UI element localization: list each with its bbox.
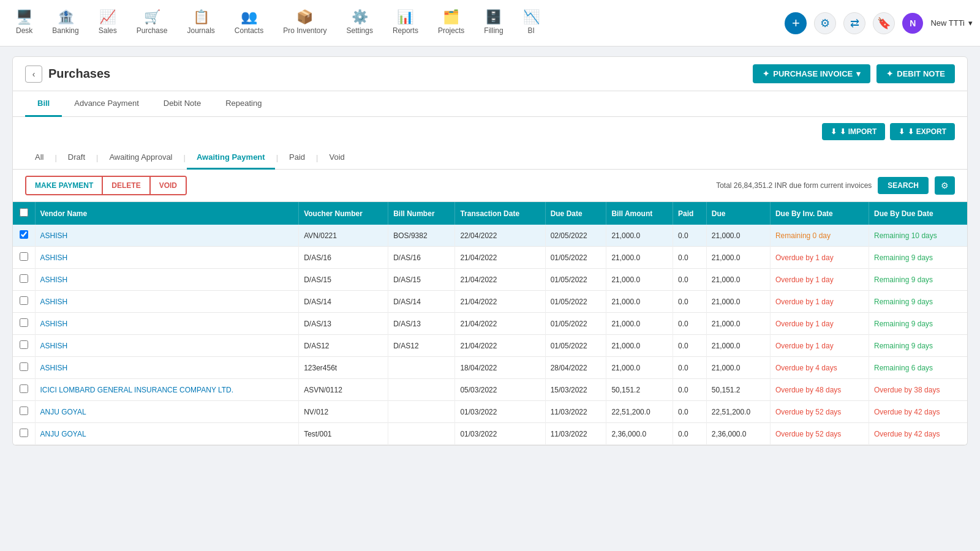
nav-filling[interactable]: 🗄️ Filling <box>475 4 511 42</box>
row-due-date: 01/05/2022 <box>545 313 606 335</box>
nav-settings[interactable]: ⚙️ Settings <box>338 4 382 42</box>
vendor-link[interactable]: ASHISH <box>40 342 68 350</box>
row-vendor[interactable]: ASHISH <box>35 291 299 313</box>
row-vendor[interactable]: ASHISH <box>35 269 299 291</box>
purchase-icon: 🛒 <box>144 9 160 25</box>
vendor-link[interactable]: ANJU GOYAL <box>40 408 86 416</box>
purchase-invoice-button[interactable]: ✦ PURCHASE INVOICE ▾ <box>753 64 870 83</box>
row-checkbox-cell[interactable] <box>13 423 35 445</box>
nav-bi[interactable]: 📉 BI <box>514 4 548 42</box>
nav-purchase[interactable]: 🛒 Purchase <box>128 4 176 42</box>
bookmark-button[interactable]: 🔖 <box>873 12 895 34</box>
vendor-link[interactable]: ASHISH <box>40 253 68 262</box>
row-due-by-due: Overdue by 38 days <box>869 379 968 401</box>
nav-journals[interactable]: 📋 Journals <box>178 4 223 42</box>
row-checkbox-cell[interactable] <box>13 335 35 357</box>
row-voucher: D/AS/14 <box>299 291 388 313</box>
nav-sales[interactable]: 📈 Sales <box>90 4 126 42</box>
select-all-checkbox[interactable] <box>20 208 28 217</box>
import-button[interactable]: ⬇ ⬇ IMPORT <box>822 123 885 140</box>
export-button[interactable]: ⬇ ⬇ EXPORT <box>890 123 955 140</box>
status-tab-void[interactable]: Void <box>319 146 354 170</box>
status-tab-all[interactable]: All <box>25 146 53 170</box>
back-button[interactable]: ‹ <box>25 66 42 83</box>
purchase-invoice-label: PURCHASE INVOICE <box>773 69 853 78</box>
tab-bill[interactable]: Bill <box>25 91 62 117</box>
gear-button[interactable]: ⚙ <box>814 12 836 34</box>
avatar[interactable]: N <box>902 13 923 34</box>
nav-banking-label: Banking <box>52 26 78 35</box>
make-payment-button[interactable]: MAKE PAYMENT <box>26 177 103 194</box>
row-bill-number <box>388 357 455 379</box>
nav-pro-inventory[interactable]: 📦 Pro Inventory <box>274 4 335 42</box>
row-due: 21,000.0 <box>706 269 770 291</box>
row-checkbox[interactable] <box>20 407 28 415</box>
row-checkbox[interactable] <box>20 296 28 305</box>
row-checkbox[interactable] <box>20 429 28 437</box>
row-transaction-date: 21/04/2022 <box>455 247 545 269</box>
vendor-link[interactable]: ASHISH <box>40 364 68 372</box>
user-menu[interactable]: New TTTi ▾ <box>930 18 973 28</box>
row-vendor[interactable]: ASHISH <box>35 313 299 335</box>
row-vendor[interactable]: ANJU GOYAL <box>35 401 299 423</box>
row-checkbox[interactable] <box>20 230 28 239</box>
nav-right: + ⚙ ⇄ 🔖 N New TTTi ▾ <box>785 12 973 34</box>
col-due-by-inv-date: Due By Inv. Date <box>770 202 869 225</box>
status-tab-paid[interactable]: Paid <box>279 146 315 170</box>
table-row: ASHISH D/AS/15 D/AS/15 21/04/2022 01/05/… <box>13 269 967 291</box>
vendor-link[interactable]: ASHISH <box>40 298 68 306</box>
nav-reports[interactable]: 📊 Reports <box>384 4 427 42</box>
row-vendor[interactable]: ICICI LOMBARD GENERAL INSURANCE COMPANY … <box>35 379 299 401</box>
row-checkbox[interactable] <box>20 252 28 261</box>
row-due-by-inv: Overdue by 1 day <box>770 313 869 335</box>
divider-3: | <box>183 153 187 162</box>
row-checkbox[interactable] <box>20 362 28 371</box>
row-checkbox-cell[interactable] <box>13 313 35 335</box>
row-checkbox[interactable] <box>20 340 28 349</box>
row-vendor[interactable]: ANJU GOYAL <box>35 423 299 445</box>
row-checkbox-cell[interactable] <box>13 401 35 423</box>
nav-contacts[interactable]: 👥 Contacts <box>226 4 272 42</box>
debit-note-button[interactable]: ✦ DEBIT NOTE <box>876 64 955 83</box>
row-checkbox-cell[interactable] <box>13 247 35 269</box>
search-button[interactable]: SEARCH <box>878 177 929 194</box>
tab-debit-note[interactable]: Debit Note <box>151 91 213 117</box>
divider-5: | <box>315 153 319 162</box>
vendor-link[interactable]: ICICI LOMBARD GENERAL INSURANCE COMPANY … <box>40 386 234 394</box>
vendor-link[interactable]: ASHISH <box>40 231 68 240</box>
vendor-link[interactable]: ANJU GOYAL <box>40 430 86 438</box>
row-vendor[interactable]: ASHISH <box>35 357 299 379</box>
vendor-link[interactable]: ASHISH <box>40 320 68 328</box>
delete-button[interactable]: DELETE <box>103 177 150 194</box>
row-checkbox[interactable] <box>20 274 28 283</box>
row-bill-amount: 21,000.0 <box>606 247 673 269</box>
status-tab-awaiting-approval[interactable]: Awaiting Approval <box>99 146 182 170</box>
nav-projects[interactable]: 🗂️ Projects <box>429 4 473 42</box>
select-all-header[interactable] <box>13 202 35 225</box>
row-checkbox-cell[interactable] <box>13 357 35 379</box>
row-paid: 0.0 <box>673 291 707 313</box>
page-header-left: ‹ Purchases <box>25 66 110 83</box>
tab-advance-payment[interactable]: Advance Payment <box>62 91 151 117</box>
row-checkbox-cell[interactable] <box>13 379 35 401</box>
row-checkbox-cell[interactable] <box>13 269 35 291</box>
col-paid: Paid <box>673 202 707 225</box>
vendor-link[interactable]: ASHISH <box>40 276 68 284</box>
tab-repeating[interactable]: Repeating <box>213 91 274 117</box>
add-button[interactable]: + <box>785 12 807 34</box>
nav-desk[interactable]: 🖥️ Desk <box>7 4 41 42</box>
row-checkbox-cell[interactable] <box>13 225 35 247</box>
status-tab-draft[interactable]: Draft <box>58 146 95 170</box>
row-checkbox[interactable] <box>20 384 28 393</box>
table-settings-button[interactable]: ⚙ <box>935 176 955 195</box>
switch-button[interactable]: ⇄ <box>843 12 865 34</box>
row-checkbox-cell[interactable] <box>13 291 35 313</box>
status-tab-awaiting-payment[interactable]: Awaiting Payment <box>187 146 275 170</box>
row-vendor[interactable]: ASHISH <box>35 225 299 247</box>
row-vendor[interactable]: ASHISH <box>35 247 299 269</box>
nav-banking[interactable]: 🏦 Banking <box>43 4 87 42</box>
row-vendor[interactable]: ASHISH <box>35 335 299 357</box>
purchase-invoice-icon: ✦ <box>763 69 769 78</box>
row-checkbox[interactable] <box>20 318 28 327</box>
void-button[interactable]: VOID <box>151 177 186 194</box>
